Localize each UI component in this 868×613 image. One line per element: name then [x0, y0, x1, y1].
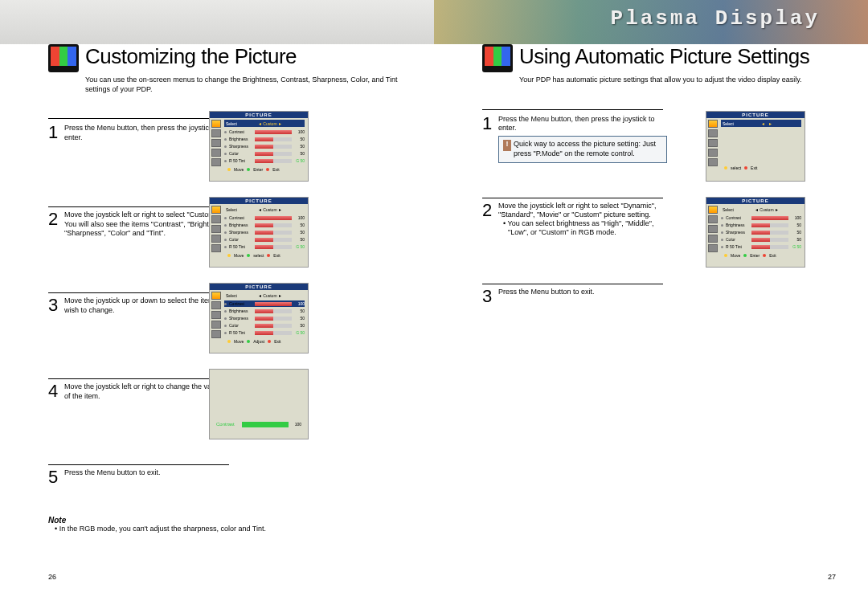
- step-2: 2 Move the joystick left or right to sel…: [48, 207, 229, 238]
- right-desc: Your PDP has automatic picture settings …: [519, 76, 841, 85]
- tv-icon: [482, 44, 513, 72]
- step-r2: 2 Move the joystick left or right to sel…: [482, 198, 663, 238]
- step-r1: 1 Press the Menu button, then press the …: [482, 112, 663, 163]
- step-4: 4 Move the joystick left or right to cha…: [48, 379, 229, 401]
- tip-box: Quick way to access the picture setting:…: [498, 136, 667, 162]
- step-5: 5 Press the Menu button to exit.: [48, 465, 229, 486]
- note-heading: Note: [48, 516, 434, 525]
- right-steps: 1 Press the Menu button, then press the …: [482, 109, 663, 332]
- right-title: Using Automatic Picture Settings: [519, 44, 809, 69]
- page-number-left: 26: [48, 573, 56, 581]
- step-1: 1 Press the Menu button, then press the …: [48, 121, 229, 142]
- brand-title: Plasma Display: [611, 6, 820, 31]
- step-r3: 3 Press the Menu button to exit.: [482, 284, 663, 305]
- osd-screenshot: Contrast100: [209, 369, 309, 439]
- header-bar: Plasma Display: [0, 0, 868, 44]
- left-title: Customizing the Picture: [85, 44, 297, 69]
- left-steps: 1 Press the Menu button, then press the …: [48, 118, 229, 513]
- osd-screenshot: PICTURESelect◄ ►selectExit: [706, 111, 805, 182]
- left-desc: You can use the on-screen menus to chang…: [85, 76, 407, 94]
- right-column: Using Automatic Picture Settings Your PD…: [482, 44, 868, 581]
- tv-icon: [48, 44, 79, 72]
- osd-screenshot: PICTURESelect◄ Custom ► Contrast100 Brig…: [209, 283, 309, 353]
- note-text: • In the RGB mode, you can't adjust the …: [55, 525, 434, 533]
- osd-screenshot: PICTURESelect◄ Custom ► Contrast100 Brig…: [209, 111, 309, 182]
- page-number-right: 27: [828, 573, 836, 581]
- osd-screenshot: PICTURESelect◄ Custom ► Contrast100 Brig…: [706, 197, 805, 268]
- step-3: 3 Move the joystick up or down to select…: [48, 293, 229, 315]
- osd-screenshot: PICTURESelect◄ Custom ► Contrast100 Brig…: [209, 197, 309, 268]
